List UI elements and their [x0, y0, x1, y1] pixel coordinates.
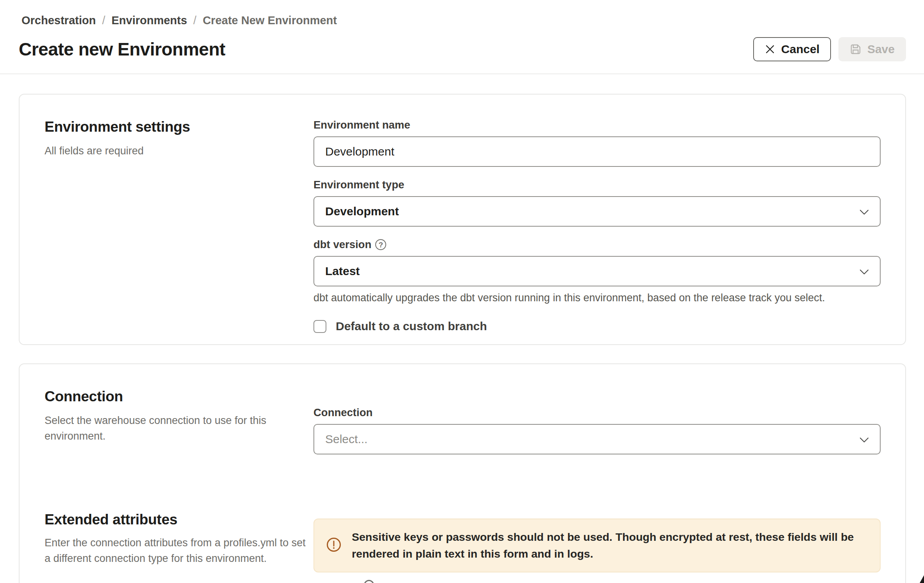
extended-attributes-heading: Extended attributes [45, 511, 313, 528]
connection-subheading: Select the warehouse connection to use f… [45, 413, 313, 444]
environment-type-select[interactable]: Development [313, 196, 881, 227]
warning-text: Sensitive keys or passwords should not b… [352, 529, 868, 562]
connection-select-placeholder: Select... [325, 433, 367, 446]
breadcrumb-environments[interactable]: Environments [111, 14, 187, 27]
breadcrumb-separator: / [193, 14, 197, 27]
custom-branch-checkbox[interactable] [313, 320, 326, 333]
environment-settings-heading: Environment settings [45, 119, 313, 135]
save-icon [850, 43, 861, 55]
connection-card: Connection Select the warehouse connecti… [19, 363, 906, 583]
environment-type-value: Development [325, 205, 399, 218]
dbt-version-label: dbt version [313, 238, 371, 251]
connection-select[interactable]: Select... [313, 424, 881, 454]
help-icon[interactable]: ? [375, 239, 386, 250]
environment-type-label: Environment type [313, 179, 881, 191]
breadcrumb: Orchestration / Environments / Create Ne… [21, 14, 906, 27]
dbt-version-helper-text: dbt automatically upgrades the dbt versi… [313, 292, 881, 304]
cancel-button[interactable]: Cancel [753, 37, 831, 61]
environment-settings-subheading: All fields are required [45, 143, 313, 159]
chevron-down-icon [860, 265, 869, 278]
chevron-down-icon [860, 433, 869, 446]
dbt-version-select[interactable]: Latest [313, 256, 881, 286]
page-header: Orchestration / Environments / Create Ne… [0, 0, 924, 74]
breadcrumb-current-page: Create New Environment [203, 14, 337, 27]
connection-field-label: Connection [313, 406, 881, 419]
close-icon [765, 44, 775, 55]
save-button-label: Save [867, 43, 895, 56]
environment-settings-card: Environment settings All fields are requ… [19, 94, 906, 345]
page-title: Create new Environment [19, 39, 225, 60]
sensitive-keys-warning-banner: Sensitive keys or passwords should not b… [313, 519, 881, 572]
extended-attributes-subheading: Enter the connection attributes from a p… [45, 535, 313, 566]
header-actions: Cancel Save [753, 37, 906, 61]
breadcrumb-orchestration[interactable]: Orchestration [21, 14, 96, 27]
dbt-version-value: Latest [325, 265, 360, 278]
custom-branch-checkbox-row[interactable]: Default to a custom branch [313, 320, 881, 333]
alert-circle-icon [326, 537, 342, 554]
chevron-down-icon [860, 205, 869, 218]
custom-branch-label: Default to a custom branch [336, 320, 487, 333]
save-button[interactable]: Save [838, 37, 906, 61]
main-content: Environment settings All fields are requ… [0, 74, 924, 583]
environment-name-input[interactable] [313, 136, 881, 167]
cancel-button-label: Cancel [781, 43, 820, 56]
connection-heading: Connection [45, 388, 313, 405]
environment-name-label: Environment name [313, 119, 881, 131]
breadcrumb-separator: / [102, 14, 105, 27]
